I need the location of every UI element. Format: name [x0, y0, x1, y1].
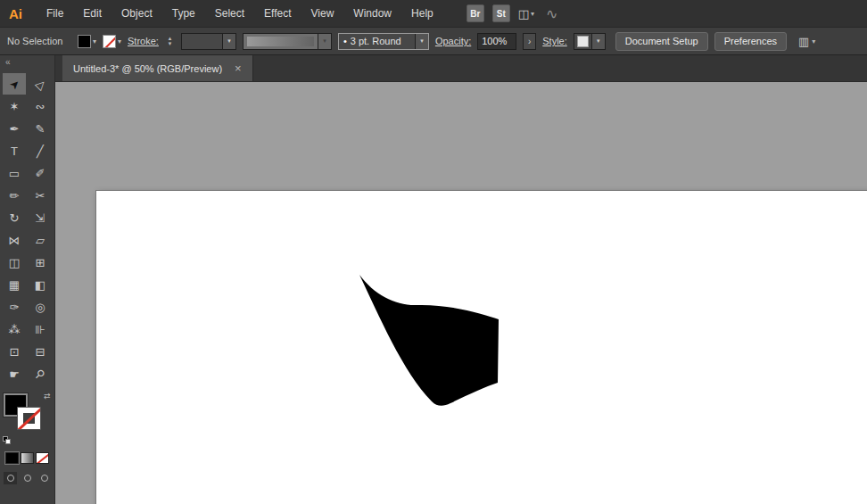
- brush-definition-select[interactable]: • 3 pt. Round ▾: [338, 33, 429, 50]
- tab-title: Untitled-3* @ 50% (RGB/Preview): [73, 63, 222, 74]
- paintbrush-tool[interactable]: ✐: [29, 162, 52, 184]
- fill-color-control[interactable]: ▾: [78, 35, 96, 48]
- menu-help[interactable]: Help: [401, 0, 443, 27]
- perspective-grid-tool[interactable]: ⊞: [29, 252, 52, 273]
- stroke-color-control[interactable]: ▾: [103, 35, 121, 48]
- magic-wand-tool[interactable]: ✶: [3, 95, 26, 117]
- menu-object[interactable]: Object: [111, 0, 162, 27]
- slice-tool[interactable]: ⊟: [29, 341, 52, 362]
- gradient-tool-icon: ◧: [35, 278, 45, 292]
- draw-behind-mode-button[interactable]: [21, 472, 34, 484]
- rectangle-tool[interactable]: ▭: [3, 162, 26, 184]
- type-tool[interactable]: T: [3, 140, 26, 161]
- drawn-shape[interactable]: [359, 275, 499, 406]
- selection-tool-icon: ➤: [6, 76, 22, 92]
- app-logo[interactable]: Ai: [0, 6, 37, 21]
- menu-view[interactable]: View: [301, 0, 344, 27]
- fill-stroke-indicator: ⇄: [3, 393, 53, 438]
- mesh-tool-icon: ▦: [9, 278, 20, 292]
- brush-dot-icon: •: [339, 36, 347, 46]
- eyedropper-tool[interactable]: ✑: [3, 296, 26, 318]
- chevron-down-icon: ▾: [118, 37, 121, 45]
- draw-inside-icon: [41, 475, 48, 482]
- toolbar-collapse-button[interactable]: «: [0, 55, 54, 70]
- curvature-tool[interactable]: ✎: [29, 118, 52, 139]
- chevron-down-icon[interactable]: ▾: [591, 34, 605, 49]
- menu-file[interactable]: File: [37, 0, 73, 27]
- stock-button[interactable]: St: [492, 4, 510, 22]
- document-setup-button[interactable]: Document Setup: [615, 32, 708, 51]
- direct-selection-tool[interactable]: ▷: [29, 73, 52, 95]
- menu-type[interactable]: Type: [162, 0, 205, 27]
- gradient-button[interactable]: [21, 452, 34, 464]
- draw-inside-mode-button[interactable]: [37, 472, 51, 484]
- document-tab[interactable]: Untitled-3* @ 50% (RGB/Preview) ×: [62, 55, 253, 81]
- style-label[interactable]: Style:: [542, 36, 567, 46]
- none-button[interactable]: [36, 452, 49, 464]
- preferences-button[interactable]: Preferences: [714, 32, 787, 51]
- menu-window[interactable]: Window: [343, 0, 401, 27]
- line-segment-tool[interactable]: ╱: [29, 140, 52, 161]
- lasso-tool[interactable]: ∾: [29, 95, 52, 117]
- draw-normal-icon: [7, 475, 14, 482]
- stepper-down-icon[interactable]: ▼: [165, 42, 175, 46]
- workspace-icon: ◫: [518, 7, 529, 21]
- artboard-tool[interactable]: ⊡: [3, 341, 26, 362]
- rotate-tool[interactable]: ↻: [3, 207, 26, 228]
- stroke-width-select[interactable]: ▾: [181, 33, 236, 50]
- width-tool-icon: ⋈: [9, 234, 21, 247]
- zoom-tool-icon: ⚲: [32, 366, 47, 381]
- zoom-tool[interactable]: ⚲: [29, 363, 52, 384]
- perspective-grid-tool-icon: ⊞: [36, 256, 45, 269]
- scale-tool[interactable]: ⇲: [29, 207, 52, 228]
- sync-icon[interactable]: ∿: [546, 5, 557, 22]
- opacity-label[interactable]: Opacity:: [435, 36, 471, 46]
- style-select[interactable]: ▾: [574, 33, 606, 50]
- artboard-tool-icon: ⊡: [10, 345, 20, 359]
- stroke-label[interactable]: Stroke:: [128, 36, 159, 46]
- pencil-tool-icon: ✏: [10, 189, 20, 202]
- opacity-options-button[interactable]: ›: [523, 33, 536, 50]
- menu-select[interactable]: Select: [205, 0, 254, 27]
- stepper-up-icon[interactable]: ▲: [165, 37, 175, 41]
- document-tab-bar: Untitled-3* @ 50% (RGB/Preview) ×: [55, 55, 867, 82]
- width-profile-preview: [247, 37, 314, 46]
- symbol-sprayer-tool[interactable]: ⁂: [3, 318, 26, 340]
- menu-effect[interactable]: Effect: [254, 0, 301, 27]
- chevron-down-icon: ▾: [531, 10, 534, 18]
- arrange-control[interactable]: ▥ ▾: [798, 35, 815, 48]
- stroke-width-stepper[interactable]: ▲ ▼: [165, 37, 175, 46]
- free-transform-tool[interactable]: ▱: [29, 229, 52, 251]
- close-icon[interactable]: ×: [235, 62, 242, 75]
- scissors-tool[interactable]: ✂: [29, 185, 52, 206]
- shape-builder-tool[interactable]: ◫: [3, 252, 26, 273]
- column-graph-tool[interactable]: ⊪: [29, 318, 52, 340]
- draw-normal-mode-button[interactable]: [4, 472, 17, 484]
- selection-tool[interactable]: ➤: [3, 73, 26, 95]
- gradient-tool[interactable]: ◧: [29, 274, 52, 295]
- stroke-color-swatch[interactable]: [17, 407, 41, 430]
- pencil-tool[interactable]: ✏: [3, 185, 26, 206]
- workspace-switcher[interactable]: ◫ ▾: [518, 7, 534, 21]
- chevron-down-icon[interactable]: ▾: [415, 34, 428, 49]
- width-tool[interactable]: ⋈: [3, 229, 26, 251]
- main-area: « ➤▷✶∾✒✎T╱▭✐✏✂↻⇲⋈▱◫⊞▦◧✑◎⁂⊪⊡⊟☛⚲ ⇄: [0, 55, 867, 504]
- pen-tool[interactable]: ✒: [3, 118, 26, 139]
- mesh-tool[interactable]: ▦: [3, 274, 26, 295]
- canvas[interactable]: [55, 82, 867, 504]
- bridge-button[interactable]: Br: [467, 4, 484, 22]
- draw-behind-icon: [24, 475, 31, 482]
- menu-edit[interactable]: Edit: [73, 0, 111, 27]
- color-button[interactable]: [5, 452, 19, 464]
- blend-tool[interactable]: ◎: [29, 296, 52, 318]
- opacity-input[interactable]: [477, 33, 516, 50]
- chevron-down-icon: ▾: [812, 37, 815, 45]
- chevron-down-icon: ▾: [318, 34, 331, 49]
- swap-fill-stroke-icon[interactable]: ⇄: [44, 392, 51, 401]
- hand-tool[interactable]: ☛: [3, 363, 26, 384]
- chevron-down-icon: ▾: [93, 37, 96, 45]
- artwork-layer: [55, 82, 867, 504]
- rectangle-tool-icon: ▭: [9, 167, 20, 180]
- chevron-down-icon[interactable]: ▾: [222, 34, 235, 49]
- default-fill-stroke-icon[interactable]: [3, 436, 12, 444]
